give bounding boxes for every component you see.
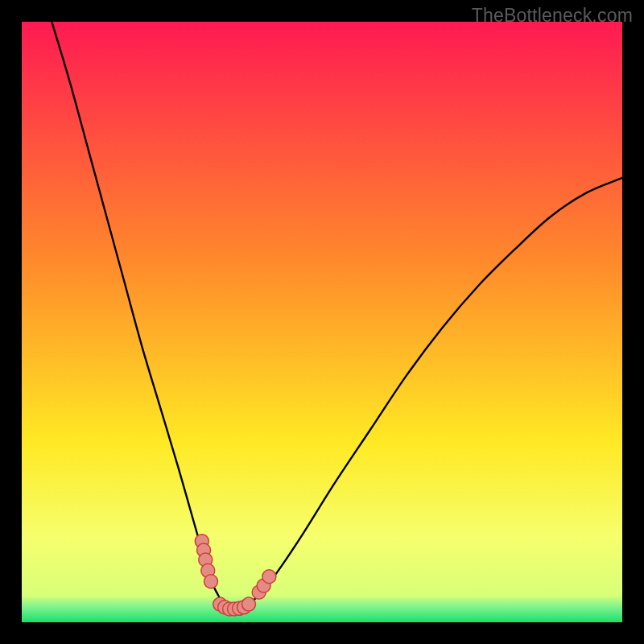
marker-point xyxy=(242,597,255,611)
chart-plot-area xyxy=(22,22,622,622)
marker-point xyxy=(262,570,276,584)
chart-frame: TheBottleneck.com xyxy=(0,0,644,644)
marker-point xyxy=(204,575,217,588)
watermark-text: TheBottleneck.com xyxy=(472,5,633,27)
gradient-background xyxy=(22,22,622,622)
chart-svg xyxy=(22,22,622,622)
